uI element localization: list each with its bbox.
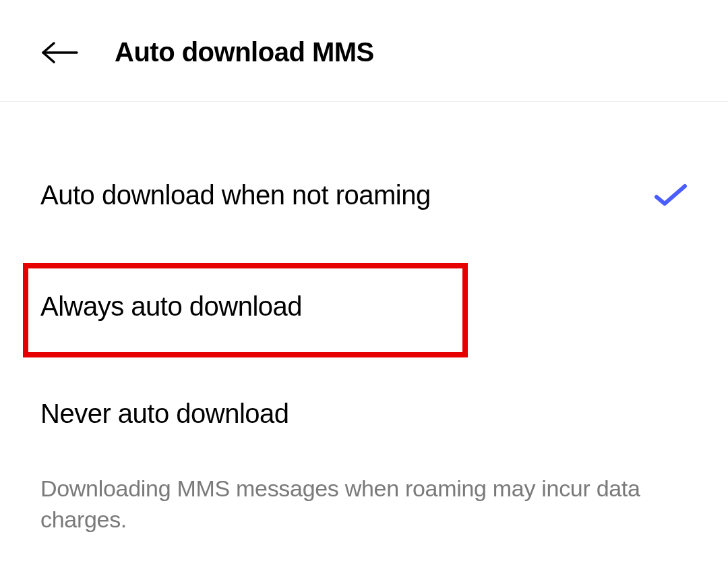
option-label: Never auto download: [40, 399, 289, 429]
option-label: Auto download when not roaming: [40, 180, 431, 210]
check-icon: [654, 182, 688, 209]
option-always-auto-download[interactable]: Always auto download: [0, 267, 728, 346]
option-never-auto-download[interactable]: Never auto download: [0, 374, 728, 453]
footer-disclaimer: Downloading MMS messages when roaming ma…: [0, 453, 728, 536]
back-arrow-icon[interactable]: [40, 39, 81, 66]
page-title: Auto download MMS: [115, 37, 374, 67]
page-header: Auto download MMS: [0, 0, 728, 102]
option-auto-download-not-roaming[interactable]: Auto download when not roaming: [0, 156, 728, 235]
options-list: Auto download when not roaming Always au…: [0, 102, 728, 536]
option-label: Always auto download: [40, 291, 302, 322]
